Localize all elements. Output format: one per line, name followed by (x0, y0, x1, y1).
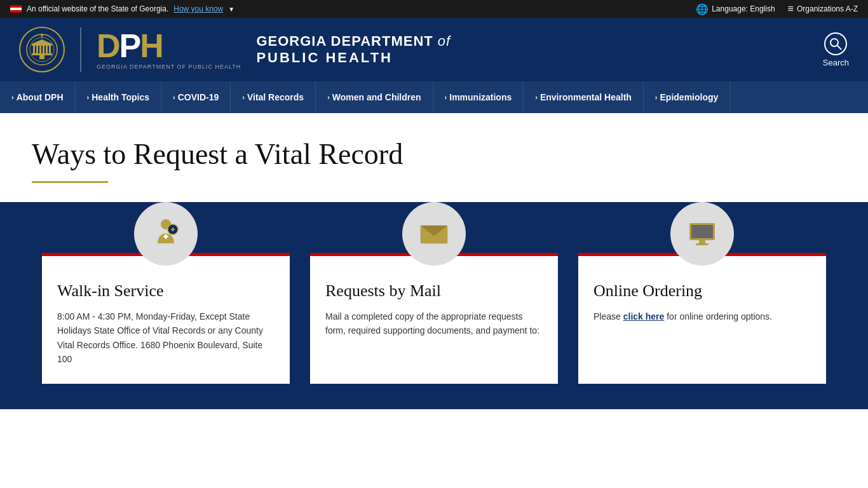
card-mail-body: Mail a completed copy of the appropriate… (325, 309, 543, 338)
walkin-icon-circle (134, 202, 198, 266)
dept-name-of: of (438, 33, 451, 49)
page-content: Ways to Request a Vital Record (0, 113, 868, 202)
envelope-icon (417, 217, 451, 251)
nav-label-about-dph: About DPH (17, 92, 64, 103)
nav-item-covid19[interactable]: › COVID-19 (161, 81, 231, 113)
svg-rect-30 (699, 240, 705, 243)
card-online-body-before: Please (593, 311, 623, 322)
card-online: Online Ordering Please click here for on… (578, 253, 826, 384)
search-icon (824, 32, 847, 55)
official-text: An official website of the State of Geor… (27, 4, 168, 13)
svg-rect-29 (691, 225, 713, 238)
nav-item-epidemiology[interactable]: › Epidemiology (644, 81, 730, 113)
svg-line-15 (837, 46, 841, 50)
dept-name-bottom: PUBLIC HEALTH (256, 50, 451, 66)
header-logo-area: DPH GEORGIA DEPARTMENT OF PUBLIC HEALTH … (19, 27, 451, 72)
nav-label-environmental-health: Environmental Health (540, 92, 632, 103)
svg-rect-31 (696, 243, 709, 245)
chevron-icon: › (11, 93, 14, 102)
georgia-flag-icon (10, 5, 22, 13)
svg-rect-2 (32, 53, 52, 55)
cards-section: Walk-in Service 8:00 AM - 4:30 PM, Monda… (0, 202, 868, 410)
nav-label-epidemiology: Epidemiology (660, 92, 719, 103)
how-you-know-chevron: ▼ (228, 6, 234, 13)
svg-point-0 (27, 34, 57, 65)
card-mail-heading: Requests by Mail (325, 281, 543, 301)
nav-item-about-dph[interactable]: › About DPH (0, 81, 76, 113)
card-walkin: Walk-in Service 8:00 AM - 4:30 PM, Monda… (42, 253, 290, 384)
computer-icon (685, 217, 719, 251)
svg-point-13 (41, 34, 43, 36)
chevron-icon: › (242, 93, 245, 102)
logo-circle (19, 27, 65, 72)
chevron-icon: › (445, 93, 447, 102)
chevron-icon: › (173, 93, 175, 102)
language-label: Language: English (712, 4, 775, 13)
svg-point-14 (831, 39, 838, 46)
card-wrapper-walkin: Walk-in Service 8:00 AM - 4:30 PM, Monda… (32, 202, 300, 384)
card-wrapper-online: Online Ordering Please click here for on… (568, 202, 836, 384)
top-bar-left: An official website of the State of Geor… (10, 4, 234, 13)
logo-text-block: DPH GEORGIA DEPARTMENT OF PUBLIC HEALTH … (97, 29, 451, 70)
top-bar: An official website of the State of Geor… (0, 0, 868, 18)
site-header: DPH GEORGIA DEPARTMENT OF PUBLIC HEALTH … (0, 18, 868, 81)
card-online-heading: Online Ordering (593, 281, 811, 301)
svg-rect-21 (172, 227, 173, 231)
card-walkin-body: 8:00 AM - 4:30 PM, Monday-Friday, Except… (57, 309, 275, 367)
list-icon: ≡ (788, 3, 794, 15)
organizations-link[interactable]: ≡ Organizations A-Z (788, 3, 858, 15)
person-medical-icon (149, 217, 183, 251)
online-icon-circle (670, 202, 734, 266)
nav-item-health-topics[interactable]: › Health Topics (76, 81, 161, 113)
how-you-know-link[interactable]: How you know (173, 4, 223, 13)
chevron-icon: › (535, 93, 538, 102)
logo-divider (80, 27, 81, 72)
page-title: Ways to Request a Vital Record (32, 139, 836, 171)
nav-item-immunizations[interactable]: › Immunizations (433, 81, 524, 113)
chevron-icon: › (87, 93, 90, 102)
svg-rect-3 (33, 46, 35, 53)
dph-seal-svg (25, 33, 58, 66)
card-wrapper-mail: Requests by Mail Mail a completed copy o… (300, 202, 568, 384)
dept-name: GEORGIA DEPARTMENT of PUBLIC HEALTH (256, 33, 451, 66)
title-underline (32, 181, 108, 183)
svg-rect-6 (43, 46, 44, 53)
search-button[interactable]: Search (823, 32, 849, 67)
svg-rect-9 (32, 44, 52, 46)
mail-icon-circle (402, 202, 466, 266)
language-link[interactable]: 🌐 Language: English (696, 3, 775, 15)
nav-label-covid19: COVID-19 (178, 92, 219, 103)
globe-icon: 🌐 (696, 3, 709, 15)
nav-item-vital-records[interactable]: › Vital Records (231, 81, 316, 113)
dept-name-top: GEORGIA DEPARTMENT of (256, 33, 451, 50)
nav-label-health-topics: Health Topics (92, 92, 149, 103)
chevron-icon: › (655, 93, 658, 102)
click-here-link[interactable]: click here (623, 311, 665, 322)
card-walkin-heading: Walk-in Service (57, 281, 275, 301)
top-bar-right: 🌐 Language: English ≡ Organizations A-Z (696, 3, 858, 15)
svg-rect-7 (46, 46, 48, 53)
svg-rect-8 (49, 46, 51, 53)
svg-rect-11 (39, 55, 44, 59)
nav-item-environmental-health[interactable]: › Environmental Health (524, 81, 644, 113)
nav-label-immunizations: Immunizations (449, 92, 512, 103)
nav-item-women-children[interactable]: › Women and Children (316, 81, 433, 113)
nav-label-women-children: Women and Children (332, 92, 421, 103)
card-online-body: Please click here for online ordering op… (593, 309, 811, 323)
search-svg (829, 37, 842, 50)
organizations-label: Organizations A-Z (797, 4, 858, 13)
nav-label-vital-records: Vital Records (247, 92, 304, 103)
card-mail: Requests by Mail Mail a completed copy o… (310, 253, 558, 384)
main-nav: › About DPH › Health Topics › COVID-19 ›… (0, 81, 868, 113)
svg-rect-5 (39, 46, 41, 53)
search-label: Search (823, 58, 849, 67)
svg-rect-18 (165, 234, 167, 239)
chevron-icon: › (327, 93, 330, 102)
svg-rect-4 (36, 46, 38, 53)
dph-subtitle: GEORGIA DEPARTMENT OF PUBLIC HEALTH (97, 64, 241, 70)
dph-initials: DPH (97, 29, 241, 62)
card-online-body-after: for online ordering options. (664, 311, 772, 322)
